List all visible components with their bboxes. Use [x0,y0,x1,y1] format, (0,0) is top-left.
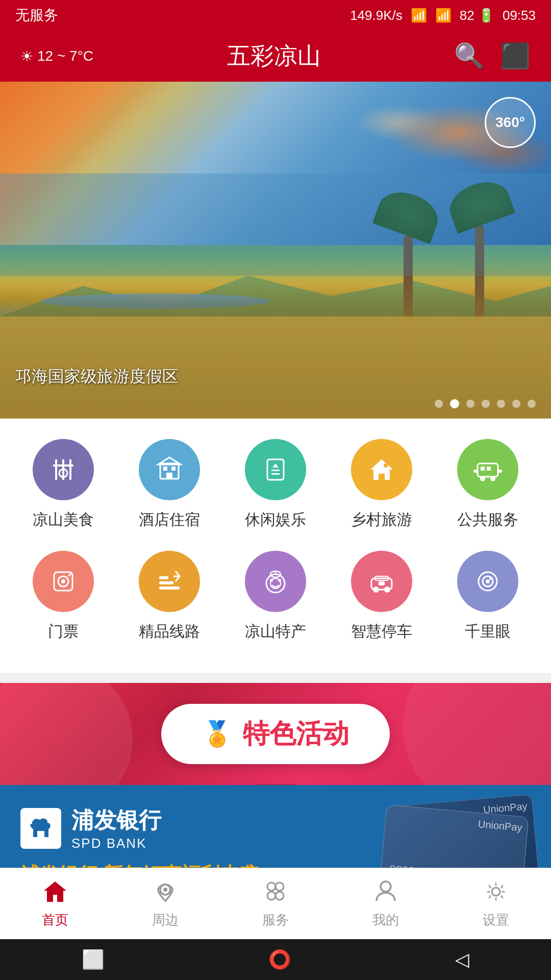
bank-logo-icon [20,808,61,849]
dot-4[interactable] [482,400,490,408]
svg-point-49 [276,883,284,891]
parking-icon-circle [351,551,412,612]
dot-1[interactable] [435,400,443,408]
svg-point-44 [489,577,492,580]
unionpay-logo-2: UnionPay [478,818,522,834]
activity-triangle [255,784,296,785]
nav-home-label: 首页 [42,911,68,929]
app-header: ☀ 12 ~ 7°C 五彩凉山 🔍 ⬛ [0,31,551,82]
eye-label: 千里眼 [465,621,511,642]
battery-level: 82 🔋 [460,8,494,23]
bank-name: 浦发银行 SPD BANK [71,805,161,851]
dot-5[interactable] [497,400,505,408]
icon-item-rural[interactable]: 乡村旅游 [336,439,428,530]
icon-item-public[interactable]: 公共服务 [442,439,534,530]
icon-row-2: 门票 精品线路 [10,551,541,642]
icon-item-hotel[interactable]: 酒店住宿 [123,439,215,530]
icon-item-specialty[interactable]: 凉山特产 [230,551,321,642]
svg-point-53 [492,888,500,896]
svg-rect-8 [166,473,172,479]
dot-6[interactable] [512,400,520,408]
rural-label: 乡村旅游 [351,509,412,530]
food-label: 凉山美食 [33,509,94,530]
svg-line-25 [68,573,71,576]
signal-icon: 📶 [435,8,452,23]
temperature-range: 12 ~ 7°C [37,48,93,64]
public-icon-circle [457,439,518,500]
svg-point-43 [486,579,490,583]
status-bar: 无服务 149.9K/s 📶 📶 82 🔋 09:53 [0,0,551,31]
svg-point-32 [270,579,273,582]
svg-rect-16 [481,467,485,471]
nav-service-label: 服务 [262,911,289,929]
status-right-group: 149.9K/s 📶 📶 82 🔋 09:53 [350,8,536,23]
icon-item-ticket[interactable]: 门票 [17,551,109,642]
hero-banner[interactable]: 360° 邛海国家级旅游度假区 [0,82,551,419]
android-home-button[interactable]: ⭕ [268,949,291,970]
specialty-icon-circle [245,551,306,612]
svg-marker-13 [370,459,393,480]
dot-2[interactable] [450,399,459,408]
svg-rect-21 [498,470,502,473]
activity-icon: 🏅 [202,720,233,748]
leisure-icon-circle [245,439,306,500]
mountain-reflection [0,174,551,276]
route-label: 精品线路 [139,621,200,642]
svg-point-38 [373,586,379,593]
svg-point-52 [381,881,391,892]
svg-point-14 [384,463,388,468]
nav-item-nearby[interactable]: 周边 [119,878,211,929]
svg-point-24 [61,579,65,583]
svg-rect-27 [159,581,173,584]
dot-7[interactable] [528,400,536,408]
svg-point-48 [267,883,276,891]
hotel-label: 酒店住宿 [139,509,200,530]
activity-button[interactable]: 🏅 特色活动 [161,704,390,764]
android-back-button[interactable]: ◁ [455,949,469,970]
specialty-label: 凉山特产 [245,621,306,642]
dot-3[interactable] [466,400,474,408]
svg-rect-20 [473,470,478,473]
scan-icon[interactable]: ⬛ [500,42,531,70]
status-no-service: 无服务 [15,6,58,25]
svg-point-18 [480,476,485,481]
btn-360[interactable]: 360° [485,97,536,148]
mine-icon [372,878,399,907]
route-icon-circle [139,551,200,612]
svg-rect-11 [271,470,280,471]
svg-rect-26 [159,586,180,590]
nav-item-service[interactable]: 服务 [230,878,321,929]
icon-item-food[interactable]: 凉山美食 [17,439,109,530]
nav-mine-label: 我的 [372,911,399,929]
svg-point-39 [384,586,390,593]
settings-icon [483,878,509,907]
android-navigation: ⬜ ⭕ ◁ [0,939,551,980]
section-divider [0,673,551,683]
nav-settings-label: 设置 [483,911,509,929]
nav-item-settings[interactable]: 设置 [450,878,542,929]
svg-rect-40 [379,581,385,585]
icon-item-parking[interactable]: 智慧停车 [336,551,428,642]
leisure-label: 休闲娱乐 [245,509,306,530]
svg-point-33 [278,579,281,582]
svg-rect-12 [271,473,280,475]
icon-item-leisure[interactable]: 休闲娱乐 [230,439,321,530]
wifi-icon: 📶 [411,8,427,23]
icon-item-eye[interactable]: 千里眼 [442,551,534,642]
search-icon[interactable]: 🔍 [454,42,485,70]
nav-item-home[interactable]: 首页 [9,878,101,929]
public-label: 公共服务 [457,509,518,530]
parking-label: 智慧停车 [351,621,412,642]
bank-name-en: SPD BANK [71,836,161,851]
ticket-label: 门票 [48,621,79,642]
food-icon-circle [33,439,94,500]
nav-item-mine[interactable]: 我的 [340,878,432,929]
svg-point-51 [276,892,284,900]
activity-banner[interactable]: 🏅 特色活动 [0,683,551,785]
icon-item-route[interactable]: 精品线路 [123,551,215,642]
app-title: 五彩凉山 [227,40,321,72]
svg-marker-45 [44,881,66,902]
weather-display: ☀ 12 ~ 7°C [20,48,93,65]
network-speed: 149.9K/s [350,8,403,23]
android-recent-button[interactable]: ⬜ [82,949,105,970]
